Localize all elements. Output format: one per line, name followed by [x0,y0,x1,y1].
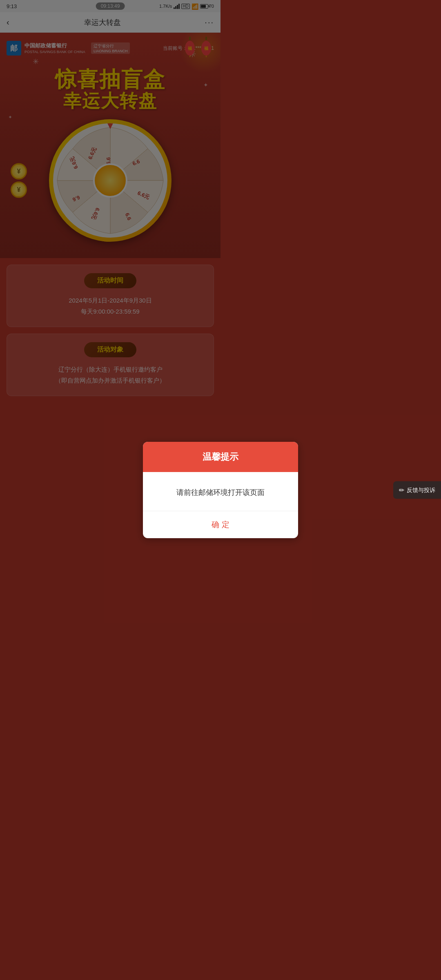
dialog-body: 请前往邮储环境打开该页面 [143,472,220,490]
dialog-header: 温馨提示 [143,442,220,472]
dialog: 温馨提示 请前往邮储环境打开该页面 确 定 [143,442,220,490]
dialog-title: 温馨提示 [153,451,220,463]
dialog-overlay: 温馨提示 请前往邮储环境打开该页面 确 定 [0,0,220,490]
dialog-message: 请前往邮储环境打开该页面 [153,487,220,490]
